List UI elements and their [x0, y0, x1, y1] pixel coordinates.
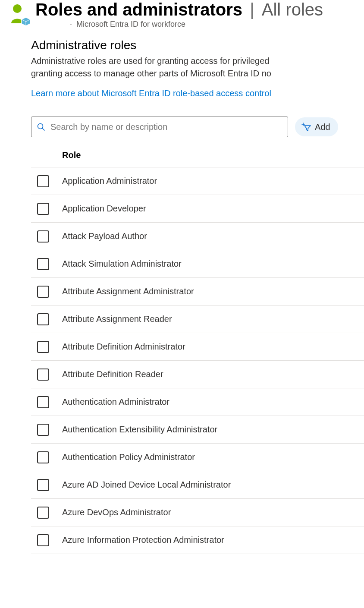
- table-row[interactable]: Attribute Definition Administrator: [31, 333, 364, 361]
- row-checkbox[interactable]: [37, 341, 49, 353]
- search-input[interactable]: [50, 122, 282, 132]
- description-line-1: Administrative roles are used for granti…: [31, 56, 269, 66]
- checkbox-cell: [31, 230, 62, 243]
- checkbox-cell: [31, 258, 62, 270]
- table-row[interactable]: Attack Payload Author: [31, 223, 364, 250]
- page-header: Roles and administrators | All roles · M…: [0, 0, 364, 29]
- search-icon: [37, 123, 45, 131]
- role-name[interactable]: Attack Payload Author: [62, 231, 364, 241]
- checkbox-cell: [31, 534, 62, 546]
- row-checkbox[interactable]: [37, 258, 49, 270]
- table-row[interactable]: Application Administrator: [31, 167, 364, 195]
- role-name[interactable]: Azure AD Joined Device Local Administrat…: [62, 480, 364, 490]
- checkbox-cell: [31, 286, 62, 298]
- checkbox-cell: [31, 507, 62, 519]
- row-checkbox[interactable]: [37, 286, 49, 298]
- subtitle-text: Microsoft Entra ID for workforce: [76, 20, 185, 29]
- svg-line-4: [42, 128, 44, 130]
- section-description: Administrative roles are used for granti…: [31, 55, 359, 80]
- controls-bar: Add: [31, 117, 364, 137]
- description-line-2: granting access to manage other parts of…: [31, 69, 271, 78]
- checkbox-cell: [31, 203, 62, 215]
- learn-more-link[interactable]: Learn more about Microsoft Entra ID role…: [31, 88, 271, 98]
- checkbox-cell: [31, 424, 62, 436]
- role-name[interactable]: Application Developer: [62, 204, 364, 214]
- roles-table: Role Application AdministratorApplicatio…: [31, 148, 364, 554]
- subtitle-separator: ·: [70, 20, 73, 29]
- row-checkbox[interactable]: [37, 396, 49, 408]
- table-row[interactable]: Authentication Extensibility Administrat…: [31, 416, 364, 444]
- checkbox-cell: [31, 341, 62, 353]
- checkbox-cell: [31, 313, 62, 325]
- checkbox-cell: [31, 396, 62, 408]
- role-name[interactable]: Attack Simulation Administrator: [62, 259, 364, 269]
- role-name[interactable]: Authentication Policy Administrator: [62, 452, 364, 462]
- breadcrumb: · Microsoft Entra ID for workforce: [35, 20, 364, 29]
- table-row[interactable]: Attribute Definition Reader: [31, 361, 364, 388]
- role-name[interactable]: Attribute Assignment Reader: [62, 314, 364, 324]
- row-checkbox[interactable]: [37, 230, 49, 243]
- roles-icon: [6, 3, 30, 27]
- filter-label: Add: [315, 122, 330, 132]
- header-text: Roles and administrators | All roles · M…: [30, 0, 364, 29]
- svg-point-0: [13, 4, 22, 13]
- checkbox-cell: [31, 451, 62, 463]
- role-name[interactable]: Azure Information Protection Administrat…: [62, 535, 364, 545]
- section-heading: Administrative roles: [31, 38, 364, 52]
- checkbox-cell: [31, 369, 62, 381]
- search-box[interactable]: [31, 117, 288, 137]
- table-row[interactable]: Application Developer: [31, 195, 364, 223]
- table-row[interactable]: Attribute Assignment Administrator: [31, 278, 364, 306]
- main-content: Administrative roles Administrative role…: [0, 29, 364, 554]
- filter-icon: [301, 122, 311, 132]
- table-row[interactable]: Attribute Assignment Reader: [31, 306, 364, 333]
- row-checkbox[interactable]: [37, 534, 49, 546]
- table-row[interactable]: Authentication Policy Administrator: [31, 444, 364, 471]
- role-name[interactable]: Authentication Administrator: [62, 397, 364, 407]
- table-row[interactable]: Azure DevOps Administrator: [31, 499, 364, 526]
- column-header-role: Role: [31, 148, 364, 167]
- role-name[interactable]: Azure DevOps Administrator: [62, 507, 364, 517]
- role-name[interactable]: Attribute Definition Administrator: [62, 342, 364, 352]
- checkbox-cell: [31, 479, 62, 491]
- row-checkbox[interactable]: [37, 313, 49, 325]
- row-checkbox[interactable]: [37, 203, 49, 215]
- title-main: Roles and administrators: [35, 0, 242, 19]
- title-sub: All roles: [262, 0, 323, 19]
- table-row[interactable]: Authentication Administrator: [31, 388, 364, 416]
- page-title: Roles and administrators | All roles: [35, 0, 364, 19]
- role-name[interactable]: Attribute Definition Reader: [62, 369, 364, 379]
- table-row[interactable]: Attack Simulation Administrator: [31, 250, 364, 278]
- rows-container: Application AdministratorApplication Dev…: [31, 167, 364, 554]
- row-checkbox[interactable]: [37, 175, 49, 187]
- row-checkbox[interactable]: [37, 369, 49, 381]
- title-separator: |: [247, 0, 257, 19]
- role-name[interactable]: Attribute Assignment Administrator: [62, 287, 364, 296]
- checkbox-cell: [31, 175, 62, 187]
- page: Roles and administrators | All roles · M…: [0, 0, 364, 567]
- row-checkbox[interactable]: [37, 451, 49, 463]
- role-name[interactable]: Authentication Extensibility Administrat…: [62, 425, 364, 435]
- row-checkbox[interactable]: [37, 424, 49, 436]
- table-row[interactable]: Azure AD Joined Device Local Administrat…: [31, 471, 364, 499]
- table-row[interactable]: Azure Information Protection Administrat…: [31, 526, 364, 554]
- row-checkbox[interactable]: [37, 507, 49, 519]
- role-name[interactable]: Application Administrator: [62, 176, 364, 186]
- row-checkbox[interactable]: [37, 479, 49, 491]
- add-filter-button[interactable]: Add: [295, 117, 338, 136]
